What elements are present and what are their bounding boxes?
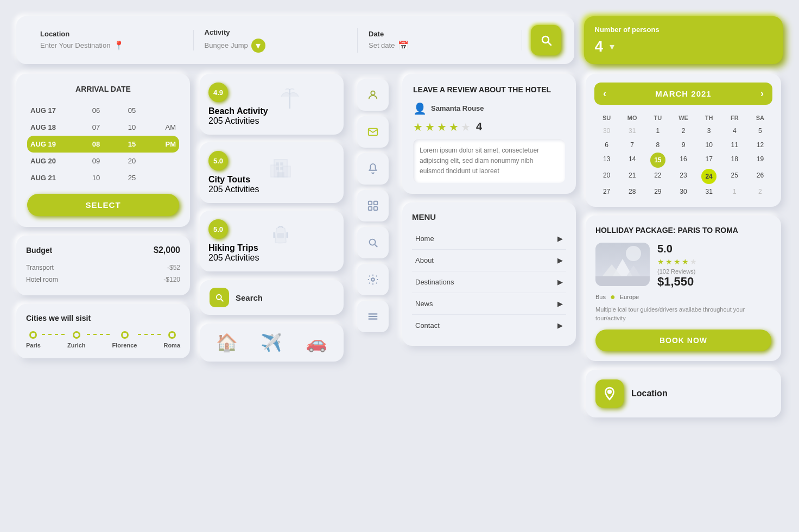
location-card[interactable]: Location (586, 370, 781, 417)
grid-icon-btn[interactable] (357, 190, 389, 221)
calendar-day[interactable]: 26 (748, 169, 772, 184)
activity-card[interactable]: 5.0 Hiking Trips 205 Activities (200, 211, 344, 271)
calendar-day-header: MO (620, 112, 644, 123)
activity-section: Activity Bungee Jump ▾ (194, 28, 358, 53)
calendar-day[interactable]: 22 (645, 169, 670, 184)
calendar-day[interactable]: 28 (620, 185, 644, 198)
car-icon[interactable]: 🚗 (306, 332, 327, 353)
persons-row[interactable]: 4 ▾ (595, 38, 772, 55)
calendar-day[interactable]: 1 (722, 185, 747, 198)
dropdown-icon[interactable]: ▾ (251, 39, 265, 53)
chevron-down-icon[interactable]: ▾ (610, 41, 614, 53)
calendar-day[interactable]: 18 (722, 153, 747, 168)
calendar-day[interactable]: 4 (722, 124, 747, 137)
cities-card: Cities we will sisit ParisZurichFlorence… (16, 304, 190, 358)
menu-card: MENU Home ▶ About ▶ Destinations ▶ News … (402, 202, 576, 346)
calendar-day[interactable]: 12 (748, 138, 772, 151)
calendar-day[interactable]: 6 (594, 138, 619, 151)
pkg-star-5: ★ (690, 257, 697, 266)
home-icon[interactable]: 🏠 (216, 332, 238, 353)
menu-item[interactable]: Home ▶ (412, 228, 566, 250)
calendar-day[interactable]: 23 (671, 169, 695, 184)
arrival-min: 15 (124, 140, 140, 148)
bell-icon-btn[interactable] (357, 153, 389, 185)
menu-item[interactable]: Contact ▶ (412, 315, 566, 336)
calendar-day[interactable]: 31 (620, 124, 644, 137)
star-3: ★ (437, 121, 447, 134)
search-strip-icon-btn[interactable] (357, 227, 389, 258)
city-name: Zurich (67, 342, 86, 349)
menu-item-label: Destinations (415, 278, 454, 286)
package-image (595, 243, 650, 286)
menu-item-label: Home (415, 235, 434, 243)
calendar-day[interactable]: 25 (722, 169, 747, 184)
menu-item[interactable]: Destinations ▶ (412, 271, 566, 293)
location-value[interactable]: Enter Your Destination 📍 (40, 40, 182, 50)
date-section: Date Set date 📅 (358, 30, 522, 50)
review-rating-number: 4 (476, 121, 482, 133)
route-line (87, 334, 111, 335)
cal-next-button[interactable]: › (760, 88, 764, 99)
persons-label: Number of persons (595, 26, 772, 34)
calendar-day[interactable]: 8 (645, 138, 670, 151)
main-search-button[interactable] (531, 25, 561, 55)
arrival-row[interactable]: AUG 21 10 25 (27, 169, 179, 186)
calendar-day[interactable]: 31 (697, 185, 721, 198)
city-dot: Florence (112, 331, 137, 349)
activity-card[interactable]: 4.9 Beach Activity 205 Activities (200, 74, 344, 135)
activity-list: 4.9 Beach Activity 205 Activities 5.0 Ci… (200, 74, 344, 271)
activity-card[interactable]: 5.0 City Touts 205 Activities (200, 142, 344, 203)
calendar-day[interactable]: 21 (620, 169, 644, 184)
pkg-star-3: ★ (674, 257, 681, 266)
calendar-day[interactable]: 24 (701, 169, 716, 184)
arrival-row[interactable]: AUG 17 06 05 (27, 102, 179, 119)
calendar-day[interactable]: 5 (748, 124, 772, 137)
menu-item[interactable]: About ▶ (412, 250, 566, 271)
date-value[interactable]: Set date 📅 (369, 40, 511, 50)
calendar-day[interactable]: 10 (697, 138, 721, 151)
city-dot-circle (73, 331, 80, 339)
pkg-price: $1,550 (657, 275, 771, 289)
cal-prev-button[interactable]: ‹ (603, 88, 606, 99)
user-icon-btn[interactable] (357, 79, 389, 111)
city-name: Roma (163, 342, 180, 349)
calendar-day[interactable]: 2 (671, 124, 695, 137)
arrival-row[interactable]: AUG 18 07 10 AM (27, 119, 179, 136)
calendar-day[interactable]: 15 (650, 153, 665, 168)
calendar-day[interactable]: 29 (645, 185, 670, 198)
arrival-row[interactable]: AUG 19 08 15 PM (27, 136, 179, 153)
calendar-day[interactable]: 30 (594, 124, 619, 137)
calendar-day[interactable]: 1 (645, 124, 670, 137)
plane-icon[interactable]: ✈️ (261, 332, 282, 353)
calendar-day[interactable]: 16 (671, 153, 695, 168)
bottom-icons-card: 🏠 ✈️ 🚗 (200, 324, 344, 362)
select-button[interactable]: SELECT (27, 194, 179, 216)
search-card[interactable]: Search (200, 280, 344, 315)
calendar-day[interactable]: 17 (697, 153, 721, 168)
calendar-day[interactable]: 9 (671, 138, 695, 151)
menu-item[interactable]: News ▶ (412, 293, 566, 315)
arrival-hour: 06 (88, 106, 104, 115)
calendar-day[interactable]: 3 (697, 124, 721, 137)
calendar-day[interactable]: 14 (620, 153, 644, 168)
activity-name: Beach Activity (208, 106, 268, 116)
svg-rect-9 (277, 233, 284, 238)
settings-icon-btn[interactable] (357, 264, 389, 295)
menu-icon-btn[interactable] (357, 301, 389, 332)
calendar-day[interactable]: 20 (594, 169, 619, 184)
book-now-button[interactable]: BOOK NOW (595, 330, 771, 351)
city-name: Florence (112, 342, 137, 349)
activity-value[interactable]: Bungee Jump ▾ (205, 39, 347, 53)
calendar-day[interactable]: 7 (620, 138, 644, 151)
calendar-day[interactable]: 13 (594, 153, 619, 168)
calendar-day[interactable]: 30 (671, 185, 695, 198)
calendar-day[interactable]: 11 (722, 138, 747, 151)
arrival-row[interactable]: AUG 20 09 20 (27, 153, 179, 169)
svg-rect-6 (276, 167, 278, 169)
calendar-day[interactable]: 19 (748, 153, 772, 168)
calendar-day[interactable]: 27 (594, 185, 619, 198)
pkg-reviews: (102 Reviews) (657, 268, 771, 275)
location-icon-wrap (595, 379, 624, 408)
calendar-day[interactable]: 2 (748, 185, 772, 198)
mail-icon-btn[interactable] (357, 116, 389, 148)
